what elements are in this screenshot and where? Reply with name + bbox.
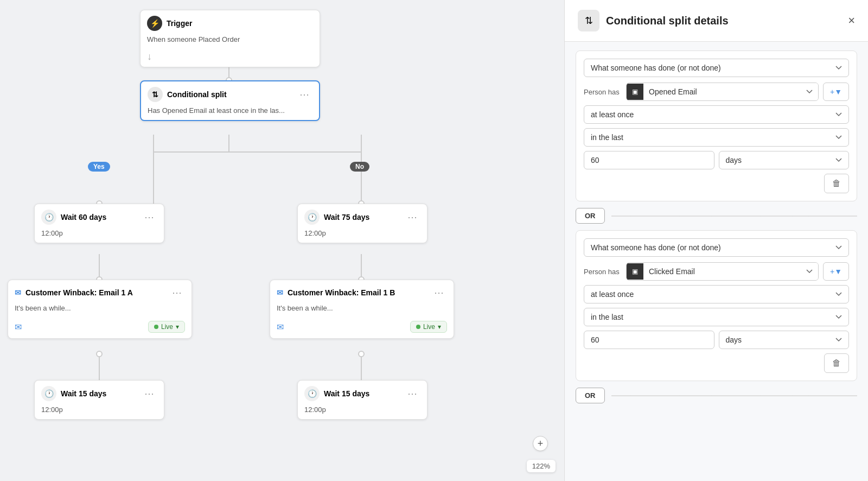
split-icon: ⇅	[148, 87, 163, 102]
condition-1-action-wrapper: ▣ Opened Email Clicked Email Received Em…	[626, 83, 819, 101]
or-2-line	[611, 395, 858, 396]
condition-2-days-unit-select[interactable]: days weeks months	[719, 331, 850, 349]
email-1a-footer-icon: ✉	[15, 322, 22, 332]
condition-2-frequency-select[interactable]: at least once zero times exactly	[584, 285, 849, 303]
wait-60-title: Wait 60 days	[61, 213, 106, 221]
condition-2-action-wrapper: ▣ Opened Email Clicked Email Received Em…	[626, 262, 819, 281]
wait-75-node[interactable]: 🕐 Wait 75 days ⋯ 12:00p	[297, 204, 427, 243]
condition-2-days-input[interactable]: 60	[584, 331, 714, 349]
email-1a-title: Customer Winback: Email 1 A	[25, 288, 133, 297]
wait-75-icon: 🕐	[304, 210, 320, 225]
condition-2-person-label: Person has	[584, 268, 622, 276]
condition-1-days-input[interactable]: 60	[584, 151, 714, 169]
email-1b-status: Live	[423, 323, 435, 331]
condition-block-2: What someone has done (or not done) Prop…	[576, 230, 857, 381]
split-more-button[interactable]: ⋯	[296, 87, 312, 102]
condition-1-action-icon: ▣	[627, 84, 643, 100]
close-panel-button[interactable]: ×	[848, 14, 855, 28]
condition-2-filter-button[interactable]: +▼	[823, 262, 849, 281]
wait-75-time: 12:00p	[298, 228, 427, 243]
trigger-subtitle: When someone Placed Order	[141, 34, 320, 49]
condition-1-delete-button[interactable]: 🗑	[824, 174, 849, 193]
wait-15b-time: 12:00p	[298, 404, 427, 419]
condition-1-person-label: Person has	[584, 88, 622, 96]
condition-1-timeframe-select[interactable]: in the last over all time between	[584, 128, 849, 147]
condition-2-delete-button[interactable]: 🗑	[824, 353, 849, 373]
wait-15a-title: Wait 15 days	[61, 389, 106, 398]
condition-1-days-unit-select[interactable]: days weeks months	[719, 151, 850, 169]
condition-block-1: What someone has done (or not done) Pers…	[576, 50, 857, 201]
panel-header: ⇅ Conditional split details ×	[565, 0, 868, 42]
condition-1-action-select[interactable]: Opened Email Clicked Email Received Emai…	[643, 83, 818, 100]
wait-60-icon: 🕐	[41, 210, 56, 225]
email-1b-chevron: ▾	[438, 323, 441, 331]
email-1b-title: Customer Winback: Email 1 B	[288, 288, 395, 297]
panel-title: Conditional split details	[606, 15, 841, 27]
wait-15a-icon: 🕐	[41, 386, 56, 401]
or-divider-1: OR	[576, 208, 857, 224]
email-1a-live-dot	[154, 325, 158, 329]
email-1a-icon: ✉	[15, 288, 21, 297]
wait-15a-node[interactable]: 🕐 Wait 15 days ⋯ 12:00p	[34, 380, 164, 420]
condition-2-action-icon: ▣	[627, 263, 643, 280]
or-divider-2: OR	[576, 388, 857, 403]
email-1b-footer-icon: ✉	[277, 322, 284, 332]
wait-60-more-button[interactable]: ⋯	[141, 210, 157, 224]
condition-2-top-select[interactable]: What someone has done (or not done) Prop…	[584, 238, 849, 257]
wait-60-node[interactable]: 🕐 Wait 60 days ⋯ 12:00p	[34, 204, 164, 243]
email-1b-icon: ✉	[277, 288, 283, 297]
zoom-indicator: 122%	[527, 460, 556, 472]
trigger-icon: ⚡	[147, 16, 162, 31]
wait-15b-node[interactable]: 🕐 Wait 15 days ⋯ 12:00p	[297, 380, 427, 420]
trigger-title: Trigger	[167, 19, 192, 28]
email-1a-subtitle: It's been a while...	[8, 303, 192, 318]
condition-2-action-select[interactable]: Opened Email Clicked Email Received Emai…	[643, 263, 818, 280]
wait-15b-more-button[interactable]: ⋯	[404, 387, 420, 401]
email-1b-subtitle: It's been a while...	[270, 303, 454, 318]
email-1b-live-badge[interactable]: Live ▾	[410, 321, 447, 333]
email-1b-node[interactable]: ✉ Customer Winback: Email 1 B ⋯ It's bee…	[270, 280, 454, 339]
wait-15a-time: 12:00p	[35, 404, 164, 419]
flow-canvas: ⚡ Trigger When someone Placed Order ↓ ⇅ …	[0, 0, 564, 481]
wait-15a-more-button[interactable]: ⋯	[141, 387, 157, 401]
right-panel: ⇅ Conditional split details × What someo…	[564, 0, 868, 481]
email-1a-node[interactable]: ✉ Customer Winback: Email 1 A ⋯ It's bee…	[8, 280, 192, 339]
email-1a-more-button[interactable]: ⋯	[169, 286, 185, 300]
wait-60-time: 12:00p	[35, 228, 164, 243]
condition-2-timeframe-select[interactable]: in the last over all time between	[584, 308, 849, 326]
yes-label: Yes	[88, 162, 110, 172]
add-node-button[interactable]: +	[533, 436, 548, 451]
or-1-line	[611, 216, 858, 217]
condition-1-filter-icon: +▼	[830, 87, 842, 96]
email-1a-status: Live	[161, 323, 173, 331]
or-1-button[interactable]: OR	[576, 208, 605, 224]
condition-2-filter-icon: +▼	[830, 267, 842, 276]
condition-1-filter-button[interactable]: +▼	[823, 83, 849, 101]
wait-75-title: Wait 75 days	[324, 213, 369, 221]
trigger-node: ⚡ Trigger When someone Placed Order ↓	[140, 10, 320, 67]
condition-1-frequency-select[interactable]: at least once zero times exactly	[584, 105, 849, 124]
svg-point-14	[97, 351, 102, 357]
email-1b-live-dot	[416, 325, 420, 329]
or-2-button[interactable]: OR	[576, 388, 605, 403]
svg-point-15	[359, 351, 364, 357]
conditional-split-node[interactable]: ⇅ Conditional split ⋯ Has Opened Email a…	[140, 80, 320, 121]
wait-15b-title: Wait 15 days	[324, 389, 369, 398]
panel-icon-symbol: ⇅	[585, 15, 593, 27]
no-label: No	[350, 162, 369, 172]
condition-1-top-select[interactable]: What someone has done (or not done)	[584, 59, 849, 77]
email-1b-more-button[interactable]: ⋯	[431, 286, 447, 300]
wait-75-more-button[interactable]: ⋯	[404, 210, 420, 224]
panel-content: What someone has done (or not done) Pers…	[565, 42, 868, 412]
wait-15b-icon: 🕐	[304, 386, 320, 401]
email-1a-chevron: ▾	[176, 323, 179, 331]
split-title: Conditional split	[167, 90, 227, 99]
panel-icon: ⇅	[578, 10, 599, 31]
email-1a-live-badge[interactable]: Live ▾	[148, 321, 185, 333]
split-subtitle: Has Opened Email at least once in the la…	[141, 105, 319, 120]
trigger-arrow: ↓	[141, 49, 320, 67]
